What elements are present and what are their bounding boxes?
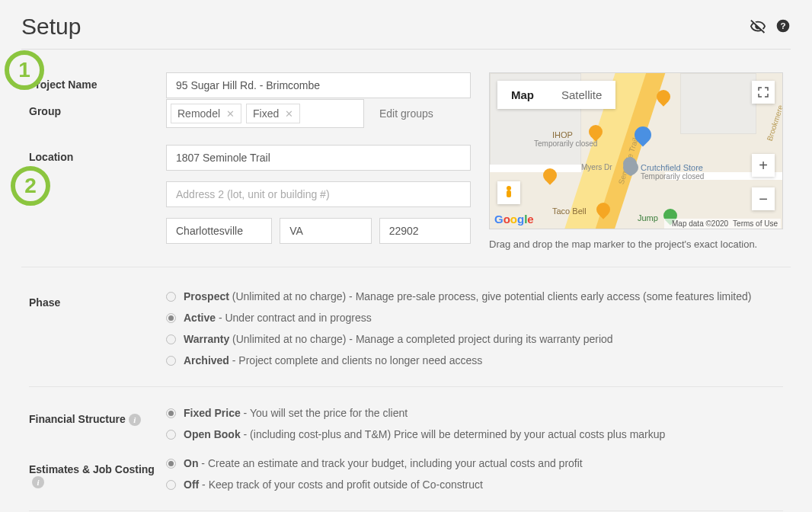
estimates-label: Estimates & Job Costingi: [29, 457, 166, 488]
project-name-input[interactable]: [166, 72, 471, 98]
phase-radios-option[interactable]: Prospect (Unlimited at no charge) - Mana…: [166, 290, 783, 302]
radio-label: Active - Under contract and in progress: [184, 312, 372, 324]
radio-button[interactable]: [166, 292, 176, 302]
radio-label: Prospect (Unlimited at no charge) - Mana…: [184, 290, 751, 302]
visibility-off-icon[interactable]: [750, 18, 766, 35]
financial-radios-option[interactable]: Fixed Price - You will set the price for…: [166, 407, 783, 419]
poi-ihop-closed: Temporarily closed: [534, 139, 597, 148]
map-caption: Drag and drop the map marker to the proj…: [489, 238, 783, 250]
page-header: Setup ?: [21, 14, 791, 50]
radio-button[interactable]: [166, 408, 176, 418]
group-label: Group: [29, 99, 166, 117]
zip-input[interactable]: [379, 218, 471, 244]
map-tab-map[interactable]: Map: [497, 81, 548, 109]
poi-crutchfield: Crutchfield Store: [641, 163, 703, 172]
remove-tag-icon[interactable]: ✕: [285, 108, 293, 120]
estimates-radio-group: On - Create an estimate and track your b…: [166, 457, 783, 491]
financial-radios-option[interactable]: Open Book - (including cost-plus and T&M…: [166, 428, 783, 440]
state-input[interactable]: [280, 218, 371, 244]
radio-button[interactable]: [166, 430, 176, 440]
radio-label: Warranty (Unlimited at no charge) - Mana…: [184, 333, 613, 345]
section-divider: [29, 510, 783, 511]
map-tab-satellite[interactable]: Satellite: [548, 81, 615, 109]
section-divider: [29, 386, 783, 387]
step-badge-2: 2: [11, 166, 50, 206]
radio-button[interactable]: [166, 313, 176, 323]
info-icon[interactable]: i: [129, 414, 141, 426]
poi-myers: Myers Dr: [581, 163, 612, 171]
phase-radio-group: Prospect (Unlimited at no charge) - Mana…: [166, 290, 783, 366]
radio-label: Off - Keep track of your costs and profi…: [184, 478, 483, 491]
radio-button[interactable]: [166, 480, 176, 490]
estimates-radios-option[interactable]: Off - Keep track of your costs and profi…: [166, 478, 783, 491]
map-road-label: Brookmere: [766, 104, 783, 142]
poi-ihop: IHOP: [552, 130, 573, 139]
financial-label: Financial Structurei: [29, 407, 166, 426]
project-name-label: Project Name: [29, 72, 166, 91]
radio-label: Archived - Project complete and clients …: [184, 354, 482, 366]
help-icon[interactable]: ?: [775, 18, 791, 35]
city-input[interactable]: [166, 218, 272, 244]
map-pegman-icon[interactable]: [497, 181, 520, 204]
svg-point-2: [507, 186, 511, 190]
address2-input[interactable]: [166, 181, 471, 207]
radio-button[interactable]: [166, 356, 176, 366]
map-zoom-out-button[interactable]: −: [752, 187, 775, 210]
financial-radio-group: Fixed Price - You will set the price for…: [166, 407, 783, 440]
poi-crutch-closed: Temporarily closed: [641, 172, 704, 181]
estimates-radios-option[interactable]: On - Create an estimate and track your b…: [166, 457, 783, 469]
map[interactable]: Brookmere Seminole Trail IHOP Temporaril…: [489, 72, 783, 229]
group-tag-remodel: Remodel ✕: [171, 104, 241, 123]
svg-text:?: ?: [780, 21, 785, 30]
phase-label: Phase: [29, 290, 166, 309]
radio-label: On - Create an estimate and track your b…: [184, 457, 583, 469]
group-tag-input[interactable]: Remodel ✕ Fixed ✕: [166, 99, 364, 128]
poi-jump: Jump: [638, 213, 658, 222]
remove-tag-icon[interactable]: ✕: [226, 108, 235, 120]
map-attribution: Map data ©2020Terms of Use: [664, 219, 781, 229]
phase-radios-option[interactable]: Warranty (Unlimited at no charge) - Mana…: [166, 333, 783, 345]
edit-groups-link[interactable]: Edit groups: [379, 107, 433, 120]
radio-button[interactable]: [166, 459, 176, 469]
map-zoom-in-button[interactable]: +: [752, 154, 775, 177]
svg-rect-3: [507, 190, 511, 197]
google-logo-icon: Google: [494, 213, 534, 226]
poi-taco: Taco Bell: [552, 206, 587, 216]
radio-label: Fixed Price - You will set the price for…: [184, 407, 408, 419]
phase-radios-option[interactable]: Archived - Project complete and clients …: [166, 354, 783, 366]
radio-label: Open Book - (including cost-plus and T&M…: [184, 428, 665, 440]
group-tag-fixed: Fixed ✕: [246, 104, 300, 123]
info-icon[interactable]: i: [32, 476, 44, 488]
address1-input[interactable]: [166, 145, 471, 171]
phase-radios-option[interactable]: Active - Under contract and in progress: [166, 312, 783, 324]
step-badge-1: 1: [5, 50, 44, 90]
radio-button[interactable]: [166, 334, 176, 344]
location-label: Location: [29, 145, 166, 163]
page-title: Setup: [21, 14, 81, 40]
map-fullscreen-button[interactable]: [752, 81, 775, 104]
